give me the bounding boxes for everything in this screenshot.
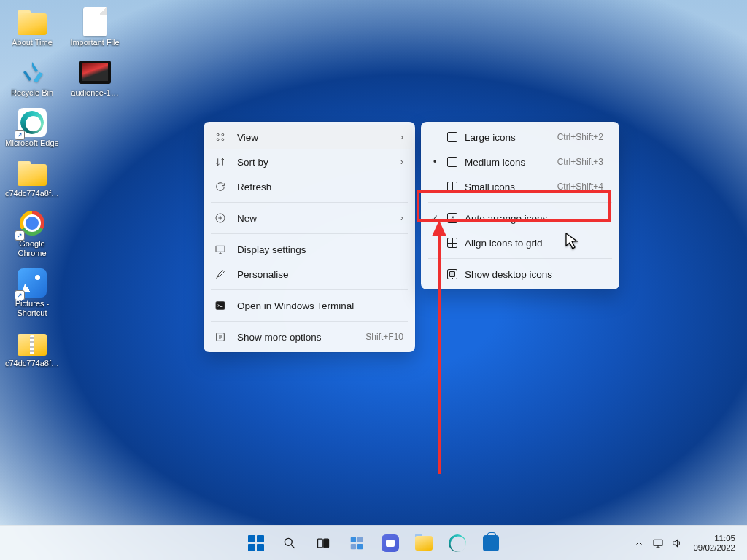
desktop-icon-edge[interactable]: ↗ Microsoft Edge (4, 106, 60, 148)
svg-rect-17 (654, 540, 662, 545)
desktop-icon-recycle-bin[interactable]: Recycle Bin (4, 56, 60, 98)
menu-item-new[interactable]: New › (206, 206, 412, 230)
desktop-icon-label: Important File (70, 38, 119, 47)
menu-separator (211, 289, 408, 290)
submenu-item-auto-arrange-icons[interactable]: ✓ Auto arrange icons (424, 206, 616, 230)
file-explorer-icon (415, 536, 433, 551)
submenu-item-label: Align icons to grid (465, 238, 543, 249)
desktop-icon-label: c74dc774a8f… (5, 359, 59, 368)
menu-item-label: Sort by (237, 157, 268, 168)
taskbar-task-view-button[interactable] (309, 529, 338, 558)
submenu-item-show-desktop-icons[interactable]: Show desktop icons (424, 262, 616, 287)
menu-separator (428, 202, 612, 203)
radio-selected-icon: • (430, 157, 440, 167)
desktop-icon-audience[interactable]: audience-1… (67, 56, 123, 98)
desktop-icon-label: audience-1… (71, 88, 118, 98)
tray-icons[interactable] (652, 537, 683, 549)
taskbar-widgets-button[interactable] (342, 529, 371, 558)
taskbar: 11:05 09/02/2022 (0, 525, 747, 560)
desktop-icon-label: Pictures - Shortcut (4, 299, 60, 318)
submenu-item-label: Large icons (465, 132, 516, 143)
svg-rect-5 (216, 246, 225, 252)
desktop-icon-folder-1[interactable]: c74dc774a8f… (4, 157, 60, 198)
menu-item-show-more-options[interactable]: Show more options Shift+F10 (206, 324, 412, 349)
submenu-item-shortcut: Ctrl+Shift+3 (557, 157, 603, 167)
submenu-item-large-icons[interactable]: Large icons Ctrl+Shift+2 (424, 125, 616, 149)
submenu-item-label: Medium icons (465, 157, 525, 168)
chevron-right-icon: › (400, 213, 403, 223)
svg-point-10 (285, 538, 292, 545)
svg-rect-6 (216, 302, 225, 310)
view-submenu: Large icons Ctrl+Shift+2 • Medium icons … (421, 122, 619, 289)
desktop[interactable]: About Time Important File Recycle Bin au… (0, 0, 747, 560)
edge-icon (449, 534, 466, 552)
submenu-item-align-icons-to-grid[interactable]: Align icons to grid (424, 230, 616, 255)
desktop-icon-chrome[interactable]: ↗ Google Chrome (4, 207, 60, 258)
svg-point-0 (217, 133, 219, 136)
svg-point-3 (222, 139, 224, 141)
taskbar-chat-button[interactable] (376, 529, 405, 558)
menu-item-personalise[interactable]: Personalise (206, 262, 412, 287)
menu-item-shortcut: Shift+F10 (365, 332, 403, 342)
menu-item-label: New (237, 213, 257, 224)
desktop-icon-folder-2[interactable]: c74dc774a8f… (4, 327, 60, 368)
terminal-icon (214, 299, 227, 312)
submenu-item-label: Small icons (465, 182, 515, 192)
medium-icons-icon (447, 157, 457, 167)
svg-rect-16 (357, 543, 363, 548)
menu-item-label: Personalise (237, 269, 289, 280)
taskbar-file-explorer-button[interactable] (409, 529, 438, 558)
plus-circle-icon (214, 211, 227, 225)
check-icon: ✓ (430, 213, 440, 223)
menu-separator (211, 321, 408, 322)
taskbar-search-button[interactable] (275, 529, 304, 558)
svg-rect-11 (318, 539, 323, 548)
widgets-icon (349, 535, 365, 551)
submenu-item-small-icons[interactable]: Small icons Ctrl+Shift+4 (424, 174, 616, 199)
menu-item-view[interactable]: View › (206, 125, 412, 149)
desktop-icon-important-file[interactable]: Important File (67, 6, 123, 47)
auto-arrange-icon (447, 213, 457, 223)
small-icons-icon (447, 182, 457, 192)
menu-separator (211, 202, 408, 203)
taskbar-time: 11:05 (693, 534, 735, 543)
desktop-icon-pictures-shortcut[interactable]: ↗ Pictures - Shortcut (4, 267, 60, 318)
taskbar-start-button[interactable] (241, 529, 271, 558)
submenu-item-label: Show desktop icons (465, 269, 552, 280)
taskbar-edge-button[interactable] (443, 529, 472, 558)
desktop-icons-area: About Time Important File Recycle Bin au… (4, 6, 123, 368)
brush-icon (214, 268, 227, 281)
menu-separator (211, 233, 408, 234)
taskbar-clock[interactable]: 11:05 09/02/2022 (687, 534, 741, 553)
submenu-item-shortcut: Ctrl+Shift+2 (557, 132, 603, 142)
tray-overflow-button[interactable] (630, 529, 648, 558)
svg-rect-12 (324, 539, 329, 548)
desktop-icon-label: Google Chrome (4, 239, 60, 258)
menu-item-refresh[interactable]: Refresh (206, 174, 412, 199)
more-options-icon (214, 330, 227, 343)
volume-icon (671, 537, 683, 549)
menu-item-label: Refresh (237, 182, 271, 192)
menu-item-label: Show more options (237, 332, 322, 343)
microsoft-store-icon (483, 535, 499, 551)
submenu-item-shortcut: Ctrl+Shift+4 (557, 182, 603, 192)
large-icons-icon (447, 132, 457, 142)
align-to-grid-icon (447, 238, 457, 248)
show-desktop-icon (447, 269, 457, 279)
task-view-icon (316, 536, 330, 551)
menu-item-sort-by[interactable]: Sort by › (206, 149, 412, 174)
chevron-right-icon: › (400, 157, 403, 167)
taskbar-store-button[interactable] (476, 529, 506, 558)
network-icon (652, 537, 664, 549)
chevron-right-icon: › (400, 132, 403, 142)
svg-rect-15 (351, 543, 356, 548)
taskbar-center (241, 529, 506, 558)
desktop-icon-about-time[interactable]: About Time (4, 6, 60, 47)
submenu-item-medium-icons[interactable]: • Medium icons Ctrl+Shift+3 (424, 149, 616, 174)
refresh-icon (214, 180, 227, 193)
submenu-item-label: Auto arrange icons (465, 213, 547, 224)
menu-item-open-terminal[interactable]: Open in Windows Terminal (206, 293, 412, 318)
desktop-icon-label: About Time (12, 38, 53, 47)
menu-item-display-settings[interactable]: Display settings (206, 237, 412, 262)
desktop-icon-label: c74dc774a8f… (5, 189, 59, 198)
